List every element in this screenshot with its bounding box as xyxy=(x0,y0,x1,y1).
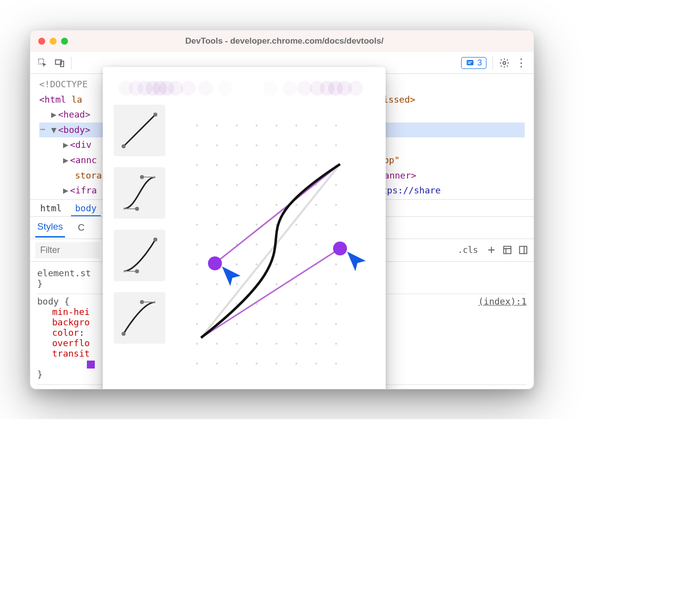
window-controls xyxy=(38,38,68,45)
svg-point-20 xyxy=(122,332,126,336)
issues-count: 3 xyxy=(478,59,482,67)
preset-ease-in[interactable] xyxy=(114,230,165,281)
minimize-window-button[interactable] xyxy=(50,38,57,45)
crumb-body[interactable]: body xyxy=(71,201,100,216)
prop-background[interactable]: backgro xyxy=(52,317,90,327)
tab-computed[interactable]: C xyxy=(76,218,87,237)
bezier-editor-popup: cubic-bezier(1, 0.63, 0.1, 0.53) xyxy=(103,67,386,389)
svg-rect-3 xyxy=(467,60,474,65)
svg-point-21 xyxy=(140,300,144,304)
svg-point-17 xyxy=(135,269,139,273)
computed-styles-icon[interactable] xyxy=(502,245,513,255)
prop-color[interactable]: color xyxy=(52,327,79,338)
svg-point-14 xyxy=(135,207,139,211)
svg-point-6 xyxy=(503,62,506,64)
cursor-arrow-icon xyxy=(219,263,244,288)
bezier-swatch-icon[interactable] xyxy=(87,361,95,369)
bezier-presets xyxy=(114,105,165,389)
inspect-element-icon[interactable] xyxy=(37,58,48,68)
preset-ease-out[interactable] xyxy=(114,292,165,344)
issues-chip[interactable]: 3 xyxy=(461,57,486,69)
preset-ease-in-out[interactable] xyxy=(114,167,165,219)
prop-transition[interactable]: transit xyxy=(52,348,90,359)
svg-rect-4 xyxy=(468,62,473,62)
bezier-animation-preview xyxy=(114,76,375,100)
source-link[interactable]: (index):1 xyxy=(478,296,527,307)
svg-rect-8 xyxy=(520,246,527,254)
cursor-arrow-icon xyxy=(344,248,369,273)
svg-line-9 xyxy=(124,115,155,146)
crumb-html[interactable]: html xyxy=(36,201,66,215)
cls-toggle[interactable]: .cls xyxy=(455,243,481,257)
close-window-button[interactable] xyxy=(38,38,45,45)
filter-input[interactable] xyxy=(35,242,100,258)
toggle-sidebar-icon[interactable] xyxy=(518,245,529,255)
zoom-window-button[interactable] xyxy=(61,38,68,45)
bezier-canvas[interactable] xyxy=(176,105,375,389)
svg-point-15 xyxy=(140,175,144,179)
new-rule-icon[interactable] xyxy=(486,245,497,255)
preset-linear[interactable] xyxy=(114,105,165,156)
tab-styles[interactable]: Styles xyxy=(35,217,65,238)
kebab-menu-icon[interactable]: ⋮ xyxy=(516,58,527,68)
gear-icon[interactable] xyxy=(499,58,510,68)
svg-point-18 xyxy=(153,238,157,242)
divider xyxy=(492,57,493,69)
prop-min-height[interactable]: min-hei xyxy=(52,307,90,317)
device-toolbar-icon[interactable] xyxy=(54,58,65,68)
svg-point-11 xyxy=(153,113,157,117)
titlebar: DevTools - developer.chrome.com/docs/dev… xyxy=(30,30,534,52)
svg-rect-5 xyxy=(468,63,471,64)
ellipsis-icon[interactable]: ⋯ xyxy=(40,123,45,136)
devtools-window: DevTools - developer.chrome.com/docs/dev… xyxy=(30,30,534,389)
prop-overflow[interactable]: overflo xyxy=(52,338,90,348)
svg-rect-7 xyxy=(504,246,511,254)
window-title: DevTools - developer.chrome.com/docs/dev… xyxy=(73,36,496,46)
divider xyxy=(71,57,71,69)
svg-point-10 xyxy=(122,144,126,148)
